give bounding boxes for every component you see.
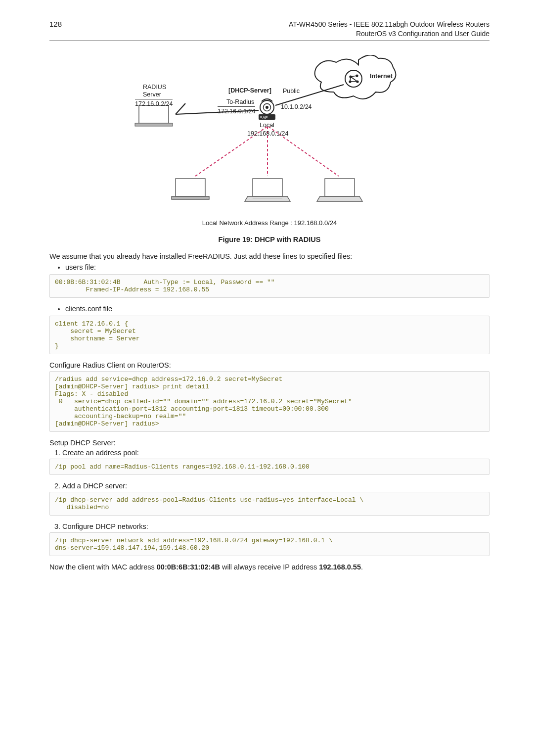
final-post: .: [361, 563, 363, 571]
intro-text: We assume that you already have installe…: [49, 252, 490, 260]
svg-marker-27: [245, 196, 290, 201]
bullet-users: users file:: [65, 263, 490, 271]
code-dhcp-server: /ip dhcp-server add address-pool=Radius-…: [49, 492, 490, 516]
radius-title: RADIUS: [143, 84, 166, 92]
code-dhcp-net: /ip dhcp-server network add address=192.…: [49, 532, 490, 556]
section-setup-server: Setup DHCP Server:: [49, 439, 490, 447]
svg-line-8: [350, 77, 351, 82]
local-label: Local: [260, 122, 274, 130]
doc-title-line1: AT-WR4500 Series - IEEE 802.11abgh Outdo…: [289, 20, 490, 29]
section-radius-client: Configure Radius Client on RouterOS:: [49, 361, 490, 369]
svg-line-12: [176, 103, 185, 114]
wan-ip: 10.1.0.2/24: [281, 103, 312, 111]
code-clients: client 172.16.0.1 { secret = MySecret sh…: [49, 316, 490, 354]
svg-rect-24: [176, 179, 205, 196]
bullet-clients: clients.conf file: [65, 305, 490, 313]
diagram-caption: Local Network Address Range : 192.168.0.…: [49, 219, 490, 227]
code-radius-conf: /radius add service=dhcp address=172.16.…: [49, 371, 490, 432]
step-2: Add a DHCP server:: [62, 482, 490, 490]
to-radius-label: To-Radius: [226, 98, 254, 106]
final-pre: Now the client with MAC address: [49, 563, 157, 571]
svg-rect-25: [172, 196, 209, 199]
svg-marker-30: [317, 196, 362, 201]
svg-rect-11: [135, 123, 173, 126]
svg-point-14: [266, 106, 268, 109]
doc-title: AT-WR4500 Series - IEEE 802.11abgh Outdo…: [289, 20, 490, 39]
public-label: Public: [283, 88, 300, 95]
final-mid: will always receive IP address: [220, 563, 319, 571]
to-radius-ip: 172.16.0.1/24: [218, 106, 255, 116]
doc-title-line2: RouterOS v3 Configuration and User Guide: [289, 29, 490, 39]
svg-point-18: [260, 116, 262, 118]
page-number: 128: [49, 20, 62, 28]
final-mac: 00:0B:6B:31:02:4B: [157, 563, 220, 571]
internet-label: Internet: [370, 73, 393, 81]
network-diagram: AP Internet RADIUS Server 172.16: [111, 55, 428, 218]
radius-sub: Server: [143, 91, 161, 99]
svg-text:AP: AP: [263, 115, 268, 120]
figure-title: Figure 19: DHCP with RADIUS: [49, 236, 490, 243]
svg-rect-29: [325, 179, 355, 196]
radius-ip: 172.16.0.2/24: [135, 99, 173, 108]
final-ip: 192.168.0.55: [319, 563, 361, 571]
step-3: Configure DHCP networks:: [62, 522, 490, 530]
code-pool: /ip pool add name=Radius-Clients ranges=…: [49, 459, 490, 475]
final-text: Now the client with MAC address 00:0B:6B…: [49, 563, 490, 571]
dhcp-server-label: [DHCP-Server]: [228, 87, 271, 95]
step-1: Create an address pool:: [62, 449, 490, 457]
page-header: 128 AT-WR4500 Series - IEEE 802.11abgh O…: [49, 20, 490, 41]
code-users: 00:0B:6B:31:02:4B Auth-Type := Local, Pa…: [49, 274, 490, 298]
lan-gw: 192.168.0.1/24: [247, 130, 288, 138]
svg-rect-26: [253, 179, 282, 196]
